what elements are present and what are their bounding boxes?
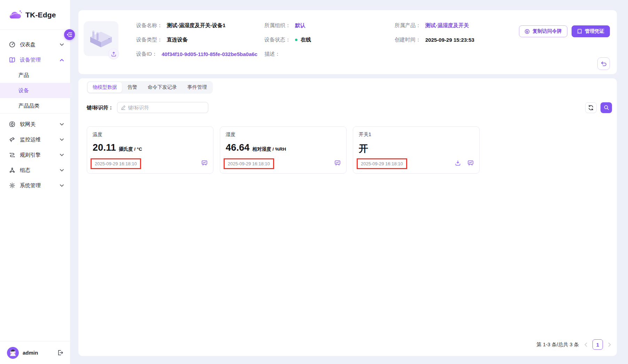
header-buttons: 复制访问令牌 管理凭证 <box>519 25 610 37</box>
refresh-button[interactable] <box>585 102 597 113</box>
topology-icon <box>9 167 15 173</box>
telemetry-card-temperature: 温度 20.11 摄氏度 / °C 2025-09-29 16:18:10 <box>87 126 214 174</box>
device-detail-card: 物模型数据 告警 命令下发记录 事件管理 键/标识符： <box>78 78 617 356</box>
chevron-down-icon <box>60 43 64 46</box>
sidebar-item-label: 软网关 <box>20 121 36 128</box>
button-label: 管理凭证 <box>585 28 604 34</box>
field-organization: 所属组织： 默认 <box>264 18 395 33</box>
page-number-button[interactable]: 1 <box>592 339 603 350</box>
field-value: 2025-09-29 15:23:53 <box>425 37 474 43</box>
organization-link[interactable]: 默认 <box>295 22 305 29</box>
card-value: 20.11 <box>93 142 116 153</box>
card-title: 开关1 <box>359 132 474 138</box>
timestamp-annotation-box: 2025-09-29 16:18:10 <box>91 158 141 169</box>
sidebar-item-label: 规则引擎 <box>20 152 41 158</box>
field-label: 设备类型： <box>136 37 162 43</box>
sidebar-item-label: 系统管理 <box>20 182 41 189</box>
tab-command-records[interactable]: 命令下发记录 <box>143 82 182 93</box>
upload-image-button[interactable] <box>108 48 119 60</box>
card-unit: 摄氏度 / °C <box>119 146 142 152</box>
field-label: 创建时间： <box>395 37 421 43</box>
manage-credentials-button[interactable]: 管理凭证 <box>572 25 610 37</box>
field-product: 所属产品： 测试-温湿度及开关 <box>395 18 474 33</box>
logo: TK-Edge <box>0 0 70 30</box>
telemetry-card-humidity: 湿度 46.64 相对湿度 / %RH 2025-09-29 16:18:10 <box>220 126 347 174</box>
device-fields: 设备名称： 测试-温湿度及开关-设备1 设备类型： 直连设备 设备ID： 40f… <box>136 18 474 61</box>
sidebar-item-label: 设备管理 <box>20 57 41 63</box>
history-chart-icon[interactable] <box>334 160 341 166</box>
key-identifier-input[interactable] <box>128 105 204 110</box>
field-description: 描述： <box>264 47 395 61</box>
sidebar-nav: 仪表盘 设备管理 产品 设备 产品品类 <box>0 30 70 193</box>
tab-alarms[interactable]: 告警 <box>123 82 142 93</box>
field-label: 设备名称： <box>136 22 162 29</box>
field-device-id: 设备ID： 40f34f10-9d05-11f0-85fe-032be5ba0a… <box>136 47 264 61</box>
card-title: 湿度 <box>226 132 341 138</box>
sidebar-item-system-management[interactable]: 系统管理 <box>0 178 70 193</box>
sidebar-item-device-management[interactable]: 设备管理 <box>0 52 70 68</box>
sidebar-item-label: 仪表盘 <box>20 41 36 48</box>
subitem-label: 设备 <box>18 87 29 94</box>
telemetry-cards: 温度 20.11 摄氏度 / °C 2025-09-29 16:18:10 <box>87 126 612 174</box>
tab-thing-model-data[interactable]: 物模型数据 <box>88 82 122 93</box>
tab-event-management[interactable]: 事件管理 <box>183 82 212 93</box>
sidebar-subitem-product-category[interactable]: 产品品类 <box>0 98 70 113</box>
prev-page-icon[interactable] <box>584 342 587 347</box>
field-label: 设备ID： <box>136 51 157 57</box>
search-button[interactable] <box>600 102 612 113</box>
sidebar-item-rule-engine[interactable]: 规则引擎 <box>0 147 70 163</box>
user-panel: admin <box>0 341 70 364</box>
device-id-link[interactable]: 40f34f10-9d05-11f0-85fe-032be5ba0a6c <box>162 51 257 57</box>
main-content: 设备名称： 测试-温湿度及开关-设备1 设备类型： 直连设备 设备ID： 40f… <box>78 10 617 356</box>
status-value: 在线 <box>301 37 311 43</box>
chevron-down-icon <box>60 184 64 187</box>
field-device-type: 设备类型： 直连设备 <box>136 33 264 47</box>
card-timestamp: 2025-09-29 16:18:10 <box>95 161 137 166</box>
sidebar-item-soft-gateway[interactable]: 软网关 <box>0 117 70 132</box>
pagination: 第 1-3 条/总共 3 条 1 <box>87 339 612 350</box>
field-device-status: 设备状态： 在线 <box>264 33 395 47</box>
gauge-icon <box>9 41 15 48</box>
toolbar <box>585 102 612 113</box>
chevron-down-icon <box>60 123 64 126</box>
button-label: 复制访问令牌 <box>533 28 562 34</box>
timestamp-annotation-box: 2025-09-29 16:18:10 <box>357 158 407 169</box>
history-chart-icon[interactable] <box>467 160 474 166</box>
key-identifier-input-wrap <box>117 102 208 113</box>
sidebar-subitem-product[interactable]: 产品 <box>0 68 70 83</box>
sidebar-item-dashboard[interactable]: 仪表盘 <box>0 37 70 52</box>
next-page-icon[interactable] <box>608 342 611 347</box>
back-button[interactable] <box>597 57 610 70</box>
telemetry-card-switch1: 开关1 开 2025-09-29 16:18:10 <box>353 126 480 174</box>
card-unit: 相对湿度 / %RH <box>253 146 286 152</box>
sidebar-item-configuration[interactable]: 组态 <box>0 163 70 178</box>
card-timestamp: 2025-09-29 16:18:10 <box>228 161 270 166</box>
field-label: 设备状态： <box>264 37 290 43</box>
gateway-icon <box>9 121 15 127</box>
credential-icon <box>577 29 582 34</box>
app-title: TK-Edge <box>25 11 56 19</box>
sidebar-item-monitoring[interactable]: 监控运维 <box>0 132 70 147</box>
device-manage-icon <box>9 57 15 63</box>
history-chart-icon[interactable] <box>201 160 208 166</box>
edit-pencil-icon <box>121 105 126 110</box>
sidebar-collapse-button[interactable] <box>64 29 75 40</box>
copy-access-token-button[interactable]: 复制访问令牌 <box>519 25 567 37</box>
settings-icon <box>9 182 15 189</box>
subitem-label: 产品 <box>18 72 29 79</box>
sidebar: TK-Edge 仪表盘 设备管理 <box>0 0 70 364</box>
field-value: 直连设备 <box>167 37 188 43</box>
sidebar-subitem-device[interactable]: 设备 <box>0 83 70 98</box>
subitem-label: 产品品类 <box>18 103 39 109</box>
username: admin <box>23 350 38 356</box>
logout-icon[interactable] <box>57 350 63 356</box>
field-created-time: 创建时间： 2025-09-29 15:23:53 <box>395 33 474 47</box>
chevron-up-icon <box>60 59 64 61</box>
card-timestamp: 2025-09-29 16:18:10 <box>361 161 403 166</box>
device-management-submenu: 产品 设备 产品品类 <box>0 68 70 114</box>
avatar <box>7 347 19 359</box>
tab-bar: 物模型数据 告警 命令下发记录 事件管理 <box>87 81 213 94</box>
chevron-down-icon <box>60 169 64 172</box>
command-download-icon[interactable] <box>455 160 461 166</box>
product-link[interactable]: 测试-温湿度及开关 <box>425 22 469 29</box>
